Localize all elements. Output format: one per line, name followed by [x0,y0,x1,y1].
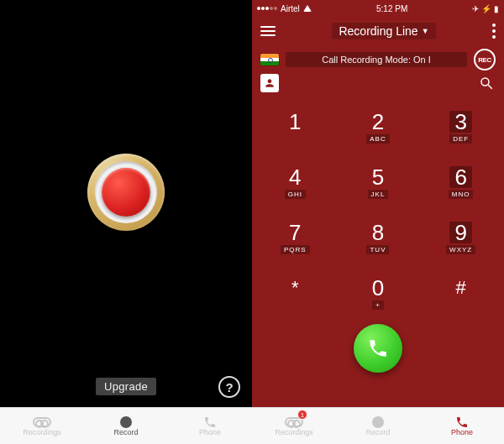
tab-label: Record [113,428,138,436]
recording-mode-status: Call Recording Mode: On I [286,52,467,67]
search-icon[interactable] [477,74,496,92]
tab-label: Phone [199,428,221,436]
more-icon[interactable] [492,24,496,39]
right-phone: Airtel 5:12 PM ✈ ⚡ ▮ Recording Line ▼ Ca… [252,0,504,444]
dialpad-key-1[interactable]: 1 [264,101,327,153]
svg-line-1 [488,85,492,89]
dialpad-letters [291,134,298,144]
dialpad-letters: PQRS [281,245,310,254]
dialpad-letters: ABC [366,134,389,144]
tab-phone[interactable]: Phone [168,408,252,444]
tab-label: Phone [451,428,473,436]
dialpad-digit: # [456,279,466,297]
contacts-icon[interactable] [260,74,279,92]
phone-icon [367,337,389,359]
dialpad-key-6[interactable]: 6MNO [429,156,492,208]
svg-point-0 [481,78,489,86]
tab-label: Recordings [275,428,313,436]
dialpad-digit: 7 [289,222,301,243]
dialpad-letters: WXYZ [446,245,475,254]
carrier-label: Airtel [281,4,300,13]
tab-recordings[interactable]: Recordings [0,408,84,444]
phone-icon [455,415,469,429]
dialpad-digit: 0 [372,277,384,299]
tab-phone[interactable]: Phone [420,408,504,444]
dialpad-letters [291,299,298,308]
chevron-down-icon: ▼ [422,27,429,35]
rec-badge-icon[interactable]: REC [474,49,496,71]
dialpad-digit: 8 [372,222,384,243]
tab-label: Recordings [23,428,61,436]
call-button[interactable] [354,324,402,373]
dialpad-key-8[interactable]: 8TUV [347,212,410,264]
wifi-icon [303,4,312,13]
record-dot-icon [120,416,132,428]
dialpad-digit: 1 [289,111,301,133]
top-bar: Recording Line ▼ [252,17,504,45]
dialpad-digit: * [291,279,299,297]
tab-recordings[interactable]: Recordings 1 [252,408,336,444]
left-tabbar: Recordings Record Phone [0,407,252,444]
dialpad-key-9[interactable]: 9WXYZ [429,212,492,264]
left-screen: Upgrade ? [0,0,252,407]
status-bar: Airtel 5:12 PM ✈ ⚡ ▮ [252,0,504,17]
dialpad-letters: JKL [368,190,389,199]
dialpad-digit: 4 [289,166,301,188]
dialpad-key-4[interactable]: 4GHI [264,156,327,208]
dialpad-letters [458,299,465,308]
dialpad-letters: TUV [366,245,389,254]
dialpad-key-0[interactable]: 0+ [347,267,410,319]
recording-line-label: Recording Line [339,24,417,38]
signal-icon [257,7,277,10]
dialpad-key-7[interactable]: 7PQRS [264,212,327,264]
upgrade-button[interactable]: Upgrade [96,378,156,395]
record-button-ring [95,161,157,223]
phone-icon [203,415,217,429]
dialpad-digit: 9 [449,222,471,243]
dialpad-key-*[interactable]: * [264,267,327,319]
menu-icon[interactable] [260,26,276,36]
status-right-icons: ✈ ⚡ ▮ [472,4,499,13]
record-button[interactable] [87,154,165,231]
country-flag-icon[interactable] [260,54,279,65]
dialpad-key-3[interactable]: 3DEF [429,101,492,153]
help-icon[interactable]: ? [218,376,240,398]
status-time: 5:12 PM [376,4,407,13]
dialpad-key-5[interactable]: 5JKL [347,156,410,208]
dialpad-letters: DEF [449,134,472,144]
right-screen: Airtel 5:12 PM ✈ ⚡ ▮ Recording Line ▼ Ca… [252,0,504,407]
dialpad-key-#[interactable]: # [429,267,492,319]
right-tabbar: Recordings 1 Record Phone [252,407,504,444]
left-phone: Upgrade ? Recordings Record Phone [0,0,252,444]
dialpad-letters: + [372,300,384,310]
dialpad: 12ABC3DEF4GHI5JKL6MNO7PQRS8TUV9WXYZ*0+# [252,97,504,319]
dialpad-digit: 6 [449,166,471,188]
voicemail-icon [33,417,51,427]
record-dot-icon [372,416,384,428]
dialpad-letters: MNO [449,190,474,199]
dialpad-letters: GHI [285,190,306,199]
dialpad-digit: 2 [372,111,384,133]
tab-label: Record [365,428,390,436]
tab-record[interactable]: Record [336,408,420,444]
dialpad-digit: 5 [372,166,384,188]
record-button-dot [102,168,150,217]
dialpad-digit: 3 [449,111,471,133]
recording-line-dropdown[interactable]: Recording Line ▼ [332,23,435,39]
dialpad-key-2[interactable]: 2ABC [347,101,410,153]
recordings-badge: 1 [297,410,307,420]
tab-record[interactable]: Record [84,408,168,444]
